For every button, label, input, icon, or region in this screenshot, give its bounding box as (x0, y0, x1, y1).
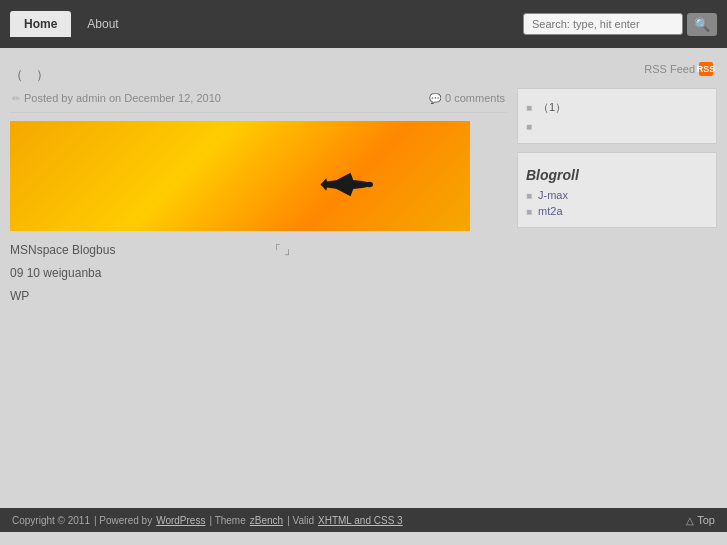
category-label-1: （1） (538, 100, 566, 115)
blogroll-bullet-1: ■ (526, 190, 532, 201)
blogroll-link-mt2a[interactable]: ■ mt2a (526, 203, 708, 219)
blogroll-label-1: J-max (538, 189, 568, 201)
rss-icon: RSS (699, 62, 713, 76)
tab-home[interactable]: Home (10, 11, 71, 37)
categories-widget: ■ （1） ■ (517, 88, 717, 144)
footer-left: Copyright © 2011 | Powered by WordPress … (12, 515, 403, 526)
post-body-line2: 09 10 weiguanba (10, 264, 507, 283)
header: Home About 🔍 (0, 0, 727, 48)
copyright-text: Copyright © 2011 (12, 515, 90, 526)
post-title: （ ） (10, 67, 49, 82)
edit-icon: ✏ (12, 93, 20, 104)
nav-tabs: Home About (10, 11, 133, 37)
search-area: 🔍 (523, 13, 717, 36)
wordpress-link[interactable]: WordPress (156, 515, 205, 526)
post-meta: ✏ Posted by admin on December 12, 2010 💬… (10, 88, 507, 113)
search-input[interactable] (523, 13, 683, 35)
svg-marker-1 (328, 173, 355, 185)
back-to-top[interactable]: △ Top (686, 514, 715, 526)
valid-link[interactable]: XHTML and CSS 3 (318, 515, 403, 526)
bullet-icon: ■ (526, 102, 532, 113)
post-meta-right: 💬 0 comments (429, 92, 505, 104)
post-comments: 0 comments (445, 92, 505, 104)
rss-area: RSS Feed RSS (517, 58, 717, 80)
theme-link[interactable]: zBench (250, 515, 283, 526)
svg-marker-2 (328, 185, 355, 197)
theme-pre: | Theme (209, 515, 245, 526)
post-body-line3: WP (10, 287, 507, 306)
bullet-icon-2: ■ (526, 121, 532, 132)
svg-point-5 (366, 182, 373, 187)
rss-link[interactable]: RSS Feed RSS (644, 62, 713, 76)
valid-pre: | Valid (287, 515, 314, 526)
footer: Copyright © 2011 | Powered by WordPress … (0, 508, 727, 532)
powered-pre: | Powered by (94, 515, 152, 526)
content-area: （ ） ✏ Posted by admin on December 12, 20… (10, 58, 507, 498)
main-layout: （ ） ✏ Posted by admin on December 12, 20… (0, 48, 727, 508)
airplane-icon (310, 171, 390, 201)
post-title-area: （ ） (10, 58, 507, 88)
comment-icon: 💬 (429, 93, 441, 104)
post-image-bg (10, 121, 470, 231)
sidebar: RSS Feed RSS ■ （1） ■ Blogroll ■ J-max ■ … (517, 58, 717, 498)
svg-marker-3 (321, 178, 328, 184)
post-author-date: Posted by admin on December 12, 2010 (24, 92, 221, 104)
tab-about[interactable]: About (73, 11, 132, 37)
rss-label: RSS Feed (644, 63, 695, 75)
post-image (10, 121, 470, 231)
blogroll-label-2: mt2a (538, 205, 562, 217)
top-label: Top (697, 514, 715, 526)
post-meta-left: ✏ Posted by admin on December 12, 2010 (12, 92, 221, 104)
post-body: MSNspace Blogbus 「 」 09 10 weiguanba WP (10, 241, 507, 307)
blogroll-link-jmax[interactable]: ■ J-max (526, 187, 708, 203)
category-item-2: ■ (526, 118, 708, 135)
blogroll-bullet-2: ■ (526, 206, 532, 217)
blogroll-title: Blogroll (526, 161, 708, 187)
search-button[interactable]: 🔍 (687, 13, 717, 36)
svg-marker-4 (321, 185, 328, 191)
category-item-1: ■ （1） (526, 97, 708, 118)
triangle-up-icon: △ (686, 515, 694, 526)
blogroll-widget: Blogroll ■ J-max ■ mt2a (517, 152, 717, 228)
post-body-line1: MSNspace Blogbus 「 」 (10, 241, 507, 260)
